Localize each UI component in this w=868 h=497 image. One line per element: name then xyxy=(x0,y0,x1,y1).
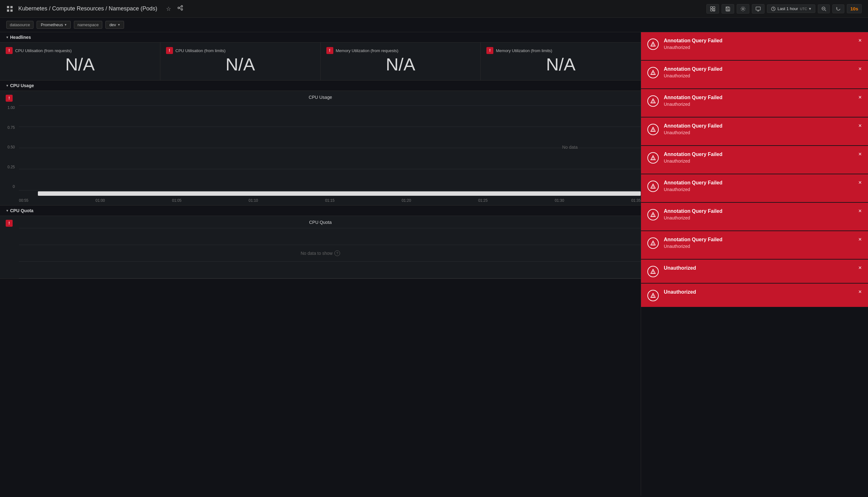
share-button[interactable] xyxy=(176,4,184,14)
filter-bar: datasource Prometheus ▾ namespace dev ▾ xyxy=(0,18,868,32)
notification-content: Annotation Query Failed Unauthorized xyxy=(664,209,862,221)
svg-line-25 xyxy=(825,10,826,11)
x-label: 01:00 xyxy=(95,198,105,203)
refresh-interval-button[interactable]: 10s xyxy=(847,4,862,13)
notification-item-8: Annotation Query Failed Unauthorized × xyxy=(641,231,868,259)
cpu-quota-section-header[interactable]: ▾ CPU Quota xyxy=(0,205,641,216)
svg-rect-3 xyxy=(11,10,13,12)
alert-icon xyxy=(647,124,659,135)
notification-item-4: Annotation Query Failed Unauthorized × xyxy=(641,117,868,146)
notification-close-button[interactable]: × xyxy=(856,94,864,101)
error-badge: ! xyxy=(6,220,13,227)
x-axis-labels: 00:55 01:00 01:05 01:10 01:15 01:20 01:2… xyxy=(0,197,641,205)
namespace-filter-value[interactable]: dev ▾ xyxy=(105,21,124,29)
settings-button[interactable] xyxy=(737,4,749,14)
panel-title: Memory Utilization (from requests) xyxy=(336,48,399,53)
notification-subtitle: Unauthorized xyxy=(664,73,862,78)
notification-item-1: Annotation Query Failed Unauthorized × xyxy=(641,32,868,61)
notification-subtitle: Unauthorized xyxy=(664,187,862,192)
datasource-filter-label: datasource xyxy=(6,21,33,29)
tv-mode-button[interactable] xyxy=(752,4,765,14)
star-button[interactable]: ☆ xyxy=(165,4,172,14)
quota-chart-area: No data to show ? xyxy=(0,228,641,279)
panel-value: N/A xyxy=(166,54,315,74)
x-label: 01:20 xyxy=(402,198,411,203)
notification-title: Annotation Query Failed xyxy=(664,237,862,242)
x-label: 00:55 xyxy=(19,198,28,203)
chevron-icon: ▾ xyxy=(6,209,8,213)
no-data-label: No data xyxy=(562,145,578,150)
notification-item-6: Annotation Query Failed Unauthorized × xyxy=(641,174,868,203)
alert-icon xyxy=(647,238,659,249)
chart-scrollbar[interactable] xyxy=(38,191,641,196)
notification-subtitle: Unauthorized xyxy=(664,289,862,295)
alert-icon xyxy=(647,67,659,78)
y-label: 0.50 xyxy=(0,145,17,150)
cpu-usage-label: CPU Usage xyxy=(10,83,34,88)
panel-value: N/A xyxy=(487,54,635,74)
refresh-button[interactable] xyxy=(832,4,844,13)
notification-subtitle: Unauthorized xyxy=(664,244,862,249)
panel-value: N/A xyxy=(327,54,475,74)
cpu-usage-section-header[interactable]: ▾ CPU Usage xyxy=(0,81,641,91)
svg-point-32 xyxy=(653,102,653,103)
nav-right-controls: Last 1 hour UTC ▾ 10s xyxy=(706,4,862,14)
cpu-quota-label: CPU Quota xyxy=(10,208,33,213)
svg-point-28 xyxy=(653,45,653,46)
svg-point-6 xyxy=(181,9,183,11)
zoom-out-button[interactable] xyxy=(818,4,830,13)
notification-title: Annotation Query Failed xyxy=(664,38,862,44)
headlines-panels: ! CPU Utilisation (from requests) N/A ! … xyxy=(0,43,641,81)
svg-point-40 xyxy=(653,216,653,216)
notification-close-button[interactable]: × xyxy=(856,65,864,73)
panel-value: N/A xyxy=(6,54,154,74)
no-data-text: No data to show xyxy=(301,251,332,256)
error-badge: ! xyxy=(6,95,13,102)
x-label: 01:35 xyxy=(631,198,641,203)
grid-lines xyxy=(19,105,641,190)
notification-content: Annotation Query Failed Unauthorized xyxy=(664,66,862,78)
notification-close-button[interactable]: × xyxy=(856,264,864,272)
chevron-icon: ▾ xyxy=(6,35,8,40)
save-button[interactable] xyxy=(722,4,734,14)
chevron-down-icon: ▾ xyxy=(65,23,67,27)
notification-close-button[interactable]: × xyxy=(856,150,864,158)
alert-icon xyxy=(647,95,659,107)
notification-close-button[interactable]: × xyxy=(856,37,864,44)
svg-rect-0 xyxy=(7,6,9,8)
chevron-down-icon: ▾ xyxy=(809,6,811,11)
help-icon[interactable]: ? xyxy=(335,251,340,256)
svg-line-8 xyxy=(179,9,181,9)
chevron-icon: ▾ xyxy=(6,83,8,88)
svg-rect-18 xyxy=(756,7,761,10)
svg-rect-9 xyxy=(710,6,712,9)
notification-close-button[interactable]: × xyxy=(856,179,864,187)
headlines-section-header[interactable]: ▾ Headlines xyxy=(0,32,641,43)
svg-point-4 xyxy=(181,6,183,7)
notification-close-button[interactable]: × xyxy=(856,207,864,215)
notification-close-button[interactable]: × xyxy=(856,288,864,296)
notification-content: Annotation Query Failed Unauthorized xyxy=(664,123,862,135)
notification-close-button[interactable]: × xyxy=(856,236,864,243)
svg-line-23 xyxy=(773,9,774,10)
error-badge: ! xyxy=(166,47,173,54)
notification-content: Unauthorized xyxy=(664,289,862,296)
notification-close-button[interactable]: × xyxy=(856,122,864,130)
alert-icon xyxy=(647,152,659,164)
notification-subtitle: Unauthorized xyxy=(664,158,862,164)
notification-item-9: Unauthorized × xyxy=(641,259,868,284)
alert-icon xyxy=(647,181,659,192)
y-label: 0.75 xyxy=(0,125,17,130)
add-panel-button[interactable] xyxy=(706,4,719,14)
notification-item-10: Unauthorized × xyxy=(641,284,868,308)
panel-title: CPU Utilisation (from requests) xyxy=(15,48,72,53)
datasource-filter-value[interactable]: Prometheus ▾ xyxy=(37,21,71,29)
svg-point-17 xyxy=(742,8,744,10)
stat-panel-cpu-requests: ! CPU Utilisation (from requests) N/A xyxy=(0,43,160,80)
time-range-button[interactable]: Last 1 hour UTC ▾ xyxy=(767,4,815,13)
y-label: 1.00 xyxy=(0,105,17,110)
alert-icon xyxy=(647,266,659,277)
x-label: 01:10 xyxy=(248,198,258,203)
error-badge: ! xyxy=(6,47,13,54)
notification-content: Annotation Query Failed Unauthorized xyxy=(664,152,862,164)
